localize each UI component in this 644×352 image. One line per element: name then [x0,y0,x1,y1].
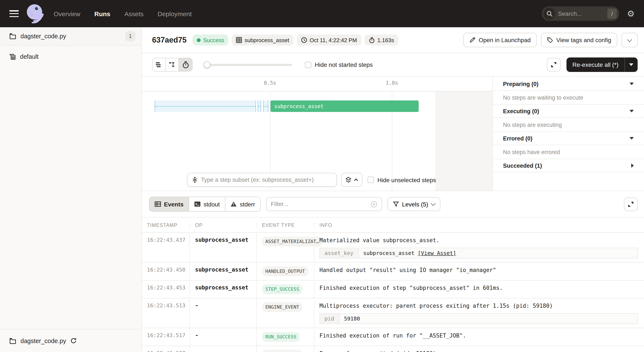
flat-view-button[interactable] [152,58,166,71]
panel-section-preparing[interactable]: Preparing (0) [493,77,644,91]
caret-down-icon [629,63,633,66]
event-table-header: TIMESTAMP OP EVENT TYPE INFO [142,217,644,233]
log-filter-box[interactable] [266,197,382,211]
events-toolbar: Events stdout stderr [142,191,644,217]
table-row[interactable]: 16:22:43.527 - ENGINE_EVENT Process for … [142,346,644,352]
nav-item-overview[interactable]: Overview [54,10,80,17]
panel-section-executing[interactable]: Executing (0) [493,105,644,118]
gantt-view-toggle-group [152,58,192,71]
nav-item-runs[interactable]: Runs [94,10,110,17]
waiting-phase-bar [154,100,256,112]
table-row[interactable]: 16:22:43.437 subprocess_asset ASSET_MATE… [142,233,644,263]
gantt-chart: 0.5s 1.0s subprocess_asset [142,77,492,191]
panel-section-title: Preparing (0) [503,81,538,87]
table-row[interactable]: 16:22:43.513 - ENGINE_EVENT Multiprocess… [142,298,644,328]
hamburger-menu-icon[interactable] [9,10,19,17]
search-input[interactable] [556,10,607,17]
run-header-more-button[interactable] [622,33,638,47]
event-op: - [190,346,257,352]
hide-unselected-checkbox-row[interactable]: Hide unselected steps [368,176,436,183]
run-time-chip: Oct 11, 4:22:42 PM [297,34,361,45]
left-sidebar: dagster_code.py 1 default dagster_code.p… [0,27,142,352]
search-icon [544,8,556,19]
run-id: 637aed75 [152,35,186,44]
log-filter-input[interactable] [271,201,367,207]
waiting-phase-tick [263,100,268,112]
top-nav: Overview Runs Assets Deployment / ⚙ [0,0,644,27]
event-table-body: 16:22:43.437 subprocess_asset ASSET_MATE… [142,233,644,352]
clear-filter-icon[interactable] [370,201,377,208]
reexecute-all-button[interactable]: Re-execute all (*) [566,57,624,72]
event-type-badge: ENGINE_EVENT [262,302,302,312]
table-row[interactable]: 16:22:43.450 subprocess_asset HANDLED_OU… [142,263,644,281]
folder-icon [9,338,16,344]
reexecute-dropdown-button[interactable] [625,57,638,72]
panel-section-succeeded[interactable]: Succeeded (1) [493,159,644,172]
panel-section-title: Errored (0) [503,135,532,141]
col-header-info: INFO [314,222,644,228]
panel-section-errored[interactable]: Errored (0) [493,132,644,145]
col-header-timestamp: TIMESTAMP [142,222,190,228]
asset-tag-chip[interactable]: subprocess_asset [232,34,294,45]
metadata-value: 59180 [339,314,638,324]
tab-events[interactable]: Events [150,197,189,211]
after-run-shade [435,91,492,191]
event-info: Handled output "result" using IO manager… [320,267,639,274]
events-section: Events stdout stderr [142,191,644,352]
folder-icon [9,33,16,39]
sidebar-item-label: default [20,53,38,60]
checkbox-icon[interactable] [368,177,374,183]
step-subset-inputbox[interactable] [187,173,337,187]
step-status-panel: Preparing (0) No steps are waiting to ex… [492,77,644,191]
axis-tick-0: 0.5s [264,80,276,86]
dagster-logo-icon[interactable] [26,3,44,24]
step-subset-input[interactable] [201,177,332,183]
tab-stderr[interactable]: stderr [225,197,260,211]
refresh-icon[interactable] [70,338,77,344]
event-timestamp: 16:22:43.513 [142,298,190,328]
checkbox-icon[interactable] [305,61,311,68]
event-op: - [190,328,257,346]
table-row[interactable]: 16:22:43.517 - RUN_SUCCESS Finished exec… [142,328,644,346]
waterfall-view-button[interactable] [166,58,179,71]
view-tags-config-button[interactable]: View tags and config [541,33,617,47]
run-header: 637aed75 Success subprocess_asset Oct 11… [142,27,644,53]
sidebar-repo-header[interactable]: dagster_code.py 1 [0,27,142,45]
gear-icon[interactable]: ⚙ [627,9,635,18]
col-header-event-type: EVENT TYPE [257,222,314,228]
search-shortcut-key: / [607,8,617,19]
gantt-step-bar[interactable]: subprocess_asset [270,100,419,112]
event-info: Finished execution of step "subprocess_a… [320,284,639,292]
open-in-launchpad-button[interactable]: Open in Launchpad [464,33,537,47]
panel-section-title: Executing (0) [503,108,539,114]
chevron-down-icon [630,137,634,140]
nav-item-assets[interactable]: Assets [124,10,144,17]
event-timestamp: 16:22:43.527 [142,346,190,352]
global-search[interactable]: / [542,6,619,21]
terminal-icon [194,201,200,207]
chevron-down-icon [431,201,436,206]
sidebar-item-default[interactable]: default [0,50,142,63]
slider-knob[interactable] [204,61,210,68]
nav-item-deployment[interactable]: Deployment [158,10,192,17]
timing-view-button[interactable] [179,58,192,71]
graph-options-button[interactable] [341,173,362,187]
event-log-table: TIMESTAMP OP EVENT TYPE INFO 16:22:43.43… [142,217,644,352]
gantt-fullscreen-button[interactable] [547,58,560,71]
gantt-zoom-slider[interactable] [204,61,292,68]
chevron-down-icon [627,37,632,42]
view-asset-link[interactable]: [View Asset] [418,250,456,256]
event-info: Finished execution of run for "__ASSET_J… [320,332,639,340]
event-op: subprocess_asset [190,281,257,298]
status-badge: Success [192,34,228,45]
hide-not-started-checkbox-row[interactable]: Hide not started steps [305,61,373,68]
logs-fullscreen-button[interactable] [624,197,638,211]
event-op: - [190,298,257,328]
event-timestamp: 16:22:43.517 [142,328,190,346]
hide-unselected-label: Hide unselected steps [377,176,436,183]
warning-icon [230,201,237,207]
asset-group-icon [9,53,16,60]
levels-filter-button[interactable]: Levels (5) [388,197,440,211]
tab-stdout[interactable]: stdout [189,197,225,211]
table-row[interactable]: 16:22:43.453 subprocess_asset STEP_SUCCE… [142,281,644,298]
